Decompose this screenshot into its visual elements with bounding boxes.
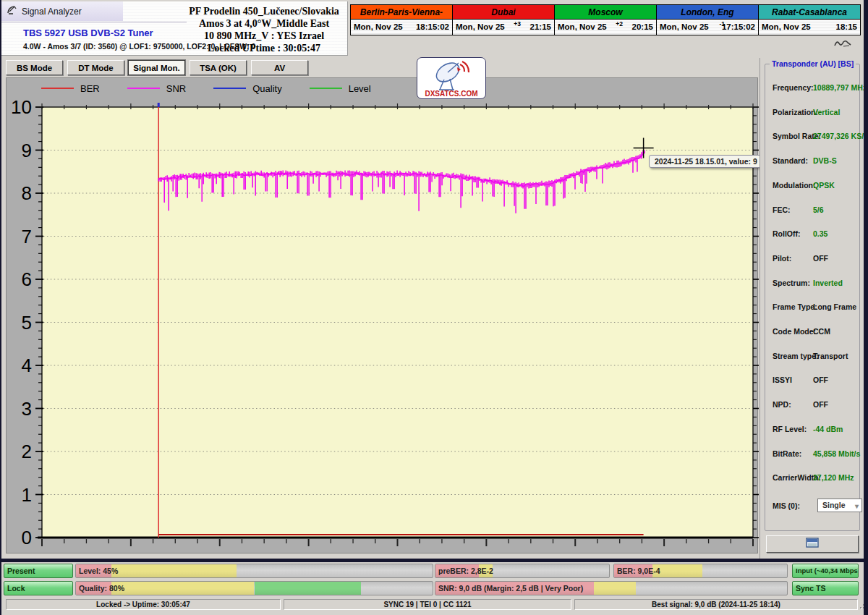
clock-column-0: Berlin-Paris-Vienna-RomaMon, Nov 2518:15… <box>350 4 452 35</box>
disk-icon <box>806 538 819 551</box>
transponder-value: DVB-S <box>813 156 837 165</box>
level-progressbar: Level: 45% <box>75 564 433 578</box>
clock-column-2: MoscowMon, Nov 25+220:15 <box>554 4 656 35</box>
snr-chart-svg: 012345678910 <box>7 78 759 554</box>
mis-value: Single <box>822 501 846 509</box>
transponder-row-rf-level: RF Level:-44 dBm <box>773 425 858 435</box>
bar-label: preBER: 2,8E-2 <box>438 567 493 575</box>
svg-text:4: 4 <box>22 355 32 376</box>
clock-time-cell: Mon, Nov 2518:15:02 <box>350 20 453 35</box>
clock-time-cell: Mon, Nov 2518:15 <box>758 20 861 35</box>
bar-label: Level: 45% <box>79 567 118 575</box>
transponder-value: Vertical <box>813 108 840 116</box>
svg-text:2: 2 <box>22 441 32 462</box>
toolbar-button-bs-mode[interactable]: BS Mode <box>6 60 63 75</box>
toolbar-button-tsa-ok[interactable]: TSA (OK) <box>190 60 247 75</box>
world-clocks: Berlin-Paris-Vienna-RomaMon, Nov 2518:15… <box>350 4 860 35</box>
transponder-row-npd: NPD:OFF <box>773 400 858 410</box>
mis-label: MIS (0): <box>773 501 800 510</box>
signal-chart[interactable]: BERSNRQualityLevel 012345678910 <box>6 77 758 554</box>
transponder-row-standard: Standard:DVB-S <box>773 156 858 166</box>
clock-utc-offset: +2 <box>616 20 623 27</box>
transponder-label: Stream type: <box>773 352 819 360</box>
clock-date: Mon, Nov 25 <box>762 22 811 31</box>
clock-column-1: DubaiMon, Nov 25+321:15 <box>452 4 554 35</box>
bar-segment <box>111 582 254 595</box>
top-info-panel: Signal Analyzer TBS 5927 USB DVB-S2 Tune… <box>1 1 348 56</box>
transponder-label: RollOff: <box>773 229 801 238</box>
transponder-row-frequency: Frequency:10889,797 MHz <box>773 83 858 93</box>
window-edge <box>0 559 868 562</box>
transponder-label: Polarization: <box>773 108 818 116</box>
sync-ts-indicator: Sync TS <box>792 581 859 595</box>
transponder-row-polarization: Polarization:Vertical <box>773 108 858 118</box>
clock-time: 18:15 <box>836 22 857 31</box>
site-info: PF Prodelin 450_Lučenec/Slovakia Amos 3 … <box>179 5 349 54</box>
clock-city: Moscow <box>554 4 657 20</box>
transponder-row-code-mode: Code Mode:CCM <box>773 327 858 337</box>
window-edge <box>864 0 868 615</box>
site-info-line: Locked UPtime : 30:05:47 <box>179 42 349 54</box>
transponder-value: OFF <box>813 376 828 384</box>
clock-time-cell: Mon, Nov 25-117:15:02 <box>656 20 759 35</box>
transponder-value: OFF <box>813 400 828 409</box>
mis-row: MIS (0): Single ▾ <box>773 501 858 512</box>
toolbar-button-signal-mon[interactable]: Signal Mon. <box>128 60 185 75</box>
transponder-label: BitRate: <box>773 449 801 458</box>
transponder-panel: Transponder (AU) [BS] Frequency:10889,79… <box>760 58 864 559</box>
clock-city: Berlin-Paris-Vienna-Roma <box>350 4 453 20</box>
transponder-title: Transponder (AU) [BS] <box>770 59 856 68</box>
transponder-row-carrierwidth: CarrierWidth:37,120 MHz <box>773 473 858 483</box>
titlebar: Signal Analyzer <box>1 1 123 21</box>
transponder-value: Long Frame <box>813 302 856 311</box>
clock-city: Dubai <box>452 4 555 20</box>
clock-date: Mon, Nov 25 <box>456 22 505 31</box>
transponder-value: 5/6 <box>813 205 824 214</box>
clock-time: 18:15:02 <box>416 22 449 31</box>
bar-label: Quality: 80% <box>79 584 124 593</box>
clock-time-cell: Mon, Nov 25+220:15 <box>554 20 657 35</box>
transponder-value: 45,858 Mbit/s <box>813 449 860 458</box>
transponder-label: Standard: <box>773 156 808 165</box>
transponder-value: 10889,797 MHz <box>813 83 867 92</box>
transponder-row-rolloff: RollOff:0.35 <box>773 229 858 239</box>
transponder-label: FEC: <box>773 205 791 214</box>
transponder-value: OFF <box>813 254 828 263</box>
satellite-dish-icon <box>7 4 17 18</box>
statusbar-sync: SYNC 19 | TEI 0 | CC 1121 <box>284 599 571 610</box>
lock-indicator: Lock <box>4 581 73 595</box>
toolbar-button-dt-mode[interactable]: DT Mode <box>67 60 124 75</box>
transponder-value: Transport <box>813 352 848 360</box>
window-edge <box>0 0 1 615</box>
transponder-label: Frequency: <box>773 83 814 92</box>
transponder-row-fec: FEC:5/6 <box>773 205 858 216</box>
transponder-row-spectrum: Spectrum:Inverted <box>773 279 858 289</box>
clock-date: Mon, Nov 25 <box>660 22 709 31</box>
site-info-line: Amos 3 at 4,0°W_Middle East <box>179 17 349 30</box>
chevron-down-icon: ▾ <box>855 500 859 512</box>
clock-column-4: Rabat-CasablancaMon, Nov 2518:15 <box>758 4 860 35</box>
transponder-label: RF Level: <box>773 425 807 433</box>
transponder-value: QPSK <box>813 181 835 190</box>
input-indicator: Input (~40,34 Mbps) <box>792 564 859 578</box>
svg-text:1: 1 <box>22 484 32 506</box>
clock-time: 17:15:02 <box>722 22 755 31</box>
svg-text:0: 0 <box>22 527 32 548</box>
transponder-row-symbol-rate: Symbol Rate:27497,326 KS/s <box>773 132 858 142</box>
transponder-row-modulation: Modulation:QPSK <box>773 181 858 191</box>
window-title: Signal Analyzer <box>22 7 82 17</box>
transponder-row-pilot: Pilot:OFF <box>773 254 858 264</box>
svg-text:6: 6 <box>22 268 32 290</box>
transponder-label: Frame Type: <box>773 302 817 311</box>
clock-city: Rabat-Casablanca <box>758 4 861 20</box>
snr-progressbar: SNR: 9,0 dB (Margin: 2,5 dB | Very Poor) <box>435 581 788 595</box>
bar-segment <box>255 582 362 595</box>
toolbar-button-av-playing[interactable]: AV (Playing) <box>251 60 308 75</box>
tuner-name: TBS 5927 USB DVB-S2 Tuner <box>23 27 153 38</box>
snapshot-button[interactable] <box>766 535 859 553</box>
bar-segment <box>111 564 237 577</box>
signature-scribble-icon <box>833 38 852 51</box>
mis-dropdown[interactable]: Single ▾ <box>817 499 862 512</box>
transponder-groupbox: Transponder (AU) [BS] Frequency:10889,79… <box>765 64 860 531</box>
svg-text:3: 3 <box>22 398 32 420</box>
